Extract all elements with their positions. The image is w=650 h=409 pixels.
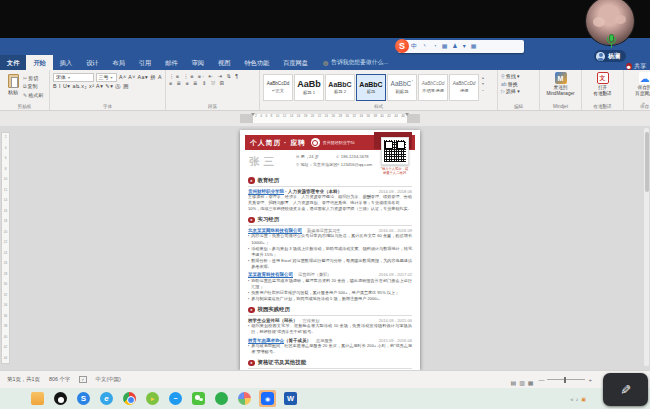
- indent-marker[interactable]: [251, 113, 255, 116]
- word-count[interactable]: 806 个字: [49, 376, 70, 383]
- taskbar-qq[interactable]: [52, 390, 69, 407]
- tab-特色功能[interactable]: 特色功能: [237, 55, 276, 70]
- clipboard-剪切-button[interactable]: ✂剪切: [23, 75, 43, 81]
- style-标题[interactable]: AaBbC标题: [356, 74, 386, 101]
- sogou-logo-icon[interactable]: S: [395, 39, 409, 53]
- style-强调[interactable]: AaBbCcDd强调: [449, 74, 479, 101]
- vertical-ruler[interactable]: 2468101214161820222426283032343638404244: [1, 132, 10, 364]
- view-switcher[interactable]: ▤▥▦: [507, 371, 533, 389]
- clipboard-复制-button[interactable]: ⧉复制: [23, 83, 43, 90]
- annotation-tool-overlay[interactable]: ✎: [603, 373, 648, 406]
- sogou-toolbar-icon[interactable]: ♟: [452, 40, 457, 53]
- tab-百度网盘[interactable]: 百度网盘: [276, 55, 315, 70]
- tell-me-box[interactable]: ◎ 告诉我您想要做什么...: [315, 55, 388, 70]
- font-tool-icon[interactable]: 囲: [123, 83, 129, 89]
- tab-设计[interactable]: 设计: [79, 55, 105, 70]
- taskbar-pinwheel-app[interactable]: [236, 390, 253, 407]
- vertical-scrollbar[interactable]: [644, 128, 649, 366]
- account-badge[interactable]: 杨澜: [594, 50, 626, 62]
- language-indicator[interactable]: 中文(中国): [96, 376, 121, 383]
- 有道翻译-icon[interactable]: 文: [597, 72, 609, 84]
- font-tool-icon[interactable]: 拼: [150, 74, 158, 80]
- view-mode-icon[interactable]: ▦: [528, 380, 534, 386]
- collapse-ribbon-icon[interactable]: ⌃: [641, 101, 646, 108]
- paragraph-tool-icon[interactable]: ≡: [185, 80, 193, 86]
- view-mode-icon[interactable]: ▥: [519, 380, 525, 386]
- paragraph-row1-icons[interactable]: ⋮≡ ⋮≡ ≡· ⇤ ⇥ ⇅ ¶: [169, 73, 240, 79]
- font-size-box[interactable]: 三号▾: [96, 73, 117, 82]
- taskbar-chrome[interactable]: [121, 390, 138, 407]
- page-indicator[interactable]: 第1页，共1页: [7, 376, 40, 383]
- taskbar-browser[interactable]: e: [98, 390, 115, 407]
- taskbar-dingtalk[interactable]: ~: [167, 390, 184, 407]
- horizontal-ruler[interactable]: 2468101214161820222426283032343638404244…: [240, 114, 420, 123]
- view-mode-icon[interactable]: ▤: [510, 380, 516, 386]
- tab-引用[interactable]: 引用: [132, 55, 158, 70]
- sogou-toolbar-icon[interactable]: ◔: [433, 40, 437, 53]
- tray-icon[interactable]: ◃: [570, 396, 573, 402]
- tab-文件[interactable]: 文件: [0, 55, 26, 70]
- paragraph-tool-icon[interactable]: ≣: [193, 80, 202, 86]
- font-row1-icons[interactable]: A˄ A˅ Aa▾ 拼 A: [119, 74, 162, 81]
- style-gallery-scroll[interactable]: ▴▾⌄: [479, 72, 487, 102]
- tab-邮件[interactable]: 邮件: [158, 55, 184, 70]
- font-tool-icon[interactable]: Aa▾: [138, 74, 151, 80]
- taskbar-wechat[interactable]: [190, 390, 207, 407]
- paragraph-tool-icon[interactable]: ⋮≡: [183, 73, 197, 79]
- sogou-toolbar-icon[interactable]: ▦: [471, 40, 477, 53]
- paragraph-tool-icon[interactable]: ⇕: [202, 80, 211, 86]
- paragraph-tool-icon[interactable]: ≡·: [198, 73, 209, 79]
- sogou-toolbar-icon[interactable]: ▾: [463, 40, 466, 53]
- font-tool-icon[interactable]: A˄: [119, 74, 128, 80]
- paragraph-tool-icon[interactable]: ⊞: [220, 80, 226, 86]
- style-↵正文[interactable]: AaBbCcDd↵正文: [263, 74, 293, 101]
- editing-替换[interactable]: ab替换: [501, 81, 536, 87]
- sogou-toolbar-icon[interactable]: ▦: [442, 40, 448, 53]
- editing-查找 ▾[interactable]: ⚲查找 ▾: [501, 73, 536, 79]
- font-tool-icon[interactable]: ✎▾: [105, 83, 115, 89]
- tray-icon[interactable]: ♪: [576, 396, 579, 402]
- sogou-toolbar-icon[interactable]: 中: [411, 40, 417, 53]
- tab-视图[interactable]: 视图: [211, 55, 237, 70]
- paragraph-row2-icons[interactable]: ≡ ≣ ≡ ≣ ⇕ ⛆ ⊞: [169, 80, 226, 87]
- font-name-box[interactable]: 宋体▾: [53, 73, 94, 82]
- zoom-slider[interactable]: — +: [538, 377, 592, 383]
- taskbar-launcher[interactable]: ▸: [144, 390, 161, 407]
- taskbar-word[interactable]: W: [282, 390, 299, 407]
- taskbar-meeting-app[interactable]: ◉: [259, 390, 276, 407]
- paragraph-tool-icon[interactable]: ≡: [169, 80, 177, 86]
- tab-开始[interactable]: 开始: [26, 55, 52, 70]
- font-tool-icon[interactable]: ab̶: [72, 83, 81, 89]
- sogou-toolbar-icon[interactable]: 丶: [422, 40, 428, 53]
- paragraph-tool-icon[interactable]: ¶: [235, 73, 239, 79]
- tab-插入[interactable]: 插入: [53, 55, 79, 70]
- Mindjet-icon[interactable]: M: [555, 72, 567, 84]
- system-tray[interactable]: ◃♪▣: [570, 396, 586, 402]
- style-标题 1[interactable]: AaBb标题 1: [294, 74, 324, 101]
- paragraph-tool-icon[interactable]: ⇅: [226, 73, 235, 79]
- style-副标题[interactable]: AaBbC᾿副标题: [387, 74, 417, 101]
- tab-审阅[interactable]: 审阅: [185, 55, 211, 70]
- font-tool-icon[interactable]: x₂: [81, 83, 89, 89]
- paragraph-tool-icon[interactable]: ⋮≡: [169, 73, 183, 79]
- document-page[interactable]: 个人简历 · 应聘 贵州财经职业学院 *插入个人照片，或 放置个人二维码 张三 …: [240, 130, 420, 370]
- paste-button[interactable]: 粘贴: [3, 72, 23, 102]
- taskbar-file-explorer[interactable]: [29, 390, 46, 407]
- taskbar-start-button[interactable]: [6, 390, 23, 407]
- style-不明显强调[interactable]: AaBbCcDd不明显强调: [418, 74, 448, 101]
- tray-icon[interactable]: ▣: [581, 396, 586, 402]
- sogou-input-bar[interactable]: S 中丶◔▦♟▾▦: [398, 40, 524, 53]
- 保存-icon[interactable]: ☁: [639, 72, 650, 84]
- indent-marker[interactable]: [405, 113, 409, 116]
- font-tool-icon[interactable]: A▾: [96, 83, 105, 89]
- taskbar-green-app[interactable]: [213, 390, 230, 407]
- font-tool-icon[interactable]: Ⓐ: [115, 83, 123, 89]
- share-button[interactable]: ☻ 共享: [626, 62, 647, 71]
- clipboard-格式刷-button[interactable]: ✎格式刷: [23, 92, 43, 98]
- tab-布局[interactable]: 布局: [106, 55, 132, 70]
- font-tool-icon[interactable]: A˅: [128, 74, 137, 80]
- font-tool-icon[interactable]: A: [158, 74, 162, 80]
- paragraph-tool-icon[interactable]: ⛆: [211, 80, 220, 86]
- spellcheck-icon[interactable]: ✓: [79, 376, 86, 383]
- font-row2-icons[interactable]: B I U▾ ab̶ x₂ x² A▾ ✎▾ Ⓐ 囲: [53, 83, 129, 90]
